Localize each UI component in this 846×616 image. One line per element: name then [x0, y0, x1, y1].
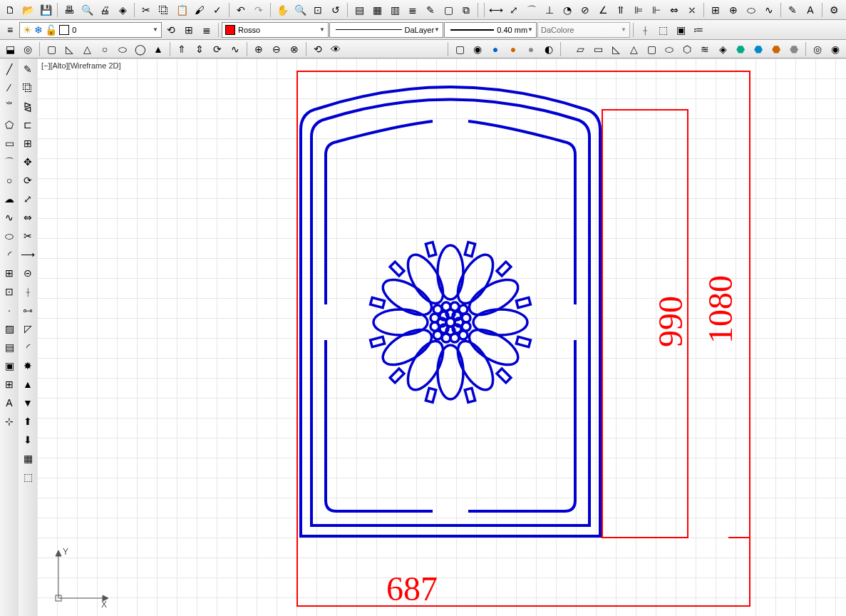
vs-real-icon[interactable]: ●	[505, 41, 522, 58]
sweep-icon[interactable]: ∿	[227, 41, 244, 58]
zoom-rt-icon[interactable]: 🔍	[292, 1, 309, 19]
vs-hidden-icon[interactable]: ◉	[469, 41, 486, 58]
center-mark-icon[interactable]: ⊕	[725, 1, 742, 19]
copy-obj-icon[interactable]: ⿻	[19, 79, 36, 96]
paste-icon[interactable]: 📋	[173, 1, 190, 19]
dimtedit-icon[interactable]: A	[802, 1, 819, 19]
fillet-icon[interactable]: ◜	[19, 339, 36, 356]
wedge-icon[interactable]: ◺	[61, 41, 78, 58]
dim-ord-icon[interactable]: ⊥	[541, 1, 558, 19]
save-icon[interactable]: 💾	[37, 1, 54, 19]
plot-icon[interactable]: 🖨	[96, 1, 113, 19]
trim-icon[interactable]: ✂	[19, 227, 36, 245]
make-block-icon[interactable]: ⊡	[1, 283, 18, 300]
table-icon[interactable]: ⊞	[1, 376, 18, 393]
toolpalettes-icon[interactable]: ▥	[386, 1, 403, 19]
zoom-win-icon[interactable]: ⊡	[309, 1, 326, 19]
polygon-icon[interactable]: ⬠	[1, 116, 18, 133]
ellipse-icon[interactable]: ⬭	[1, 227, 18, 245]
sphere-icon[interactable]: ○	[96, 41, 113, 58]
open-icon[interactable]: 📂	[19, 1, 36, 19]
solid-edit-12-icon[interactable]: ⬣	[768, 41, 785, 58]
solid-edit-3-icon[interactable]: ◺	[607, 41, 624, 58]
torus-icon[interactable]: ◯	[132, 41, 149, 58]
hide-icon[interactable]: 👁	[327, 41, 344, 58]
mtext-icon[interactable]: A	[1, 394, 18, 411]
measure-area-icon[interactable]: ⬚	[654, 21, 671, 38]
dim-linear-icon[interactable]: ⟷	[488, 1, 505, 19]
stretch-icon[interactable]: ⇔	[19, 209, 36, 226]
tolerance-icon[interactable]: ⊞	[707, 1, 724, 19]
layer-combo[interactable]: ☀ ❄ 🔓 0 ▼	[19, 22, 162, 38]
pline-icon[interactable]: ⺌	[1, 98, 18, 115]
color-combo[interactable]: Rosso▼	[222, 22, 329, 38]
dim-base-icon[interactable]: ⊫	[630, 1, 647, 19]
solid-edit-9-icon[interactable]: ◈	[714, 41, 731, 58]
region-icon[interactable]: ▣	[1, 357, 18, 374]
erase-icon[interactable]: ✎	[19, 61, 36, 78]
explode-icon[interactable]: ✸	[19, 357, 36, 374]
dim-break-icon[interactable]: ⤫	[683, 1, 701, 19]
cut-icon[interactable]: ✂	[138, 1, 155, 19]
layer-manager-icon[interactable]: ≡	[1, 21, 19, 38]
solid-edit-5-icon[interactable]: ▢	[643, 41, 660, 58]
3d-orbit-icon[interactable]: ◎	[19, 41, 36, 58]
pyramid-icon[interactable]: ▲	[150, 41, 167, 58]
dim-rad-icon[interactable]: ◔	[559, 1, 576, 19]
block-ed-icon[interactable]: ▢	[440, 1, 457, 19]
vs-concept-icon[interactable]: ●	[487, 41, 504, 58]
ellipse-arc-icon[interactable]: ◜	[1, 246, 18, 263]
linetype-combo[interactable]: DaLayer▼	[329, 22, 443, 38]
select-icon[interactable]: ⬚	[19, 468, 36, 486]
dim-arc-icon[interactable]: ⌒	[523, 1, 540, 19]
vs-shaded-icon[interactable]: ●	[522, 41, 540, 58]
line-icon[interactable]: ╱	[1, 61, 18, 78]
layer-iso-icon[interactable]: ≣	[198, 21, 215, 38]
vs-xray-icon[interactable]: ◐	[540, 41, 557, 58]
vs-2d-icon[interactable]: ▢	[451, 41, 468, 58]
break-pt-icon[interactable]: ⊝	[19, 265, 36, 282]
mesh-2-icon[interactable]: ◉	[827, 41, 844, 58]
group-icon[interactable]: ▦	[19, 450, 36, 467]
extend-icon[interactable]: ⟶	[19, 246, 36, 263]
polysolid-icon[interactable]: ⬓	[1, 41, 19, 58]
copy-icon[interactable]: ⿻	[155, 1, 172, 19]
subtract-icon[interactable]: ⊖	[268, 41, 285, 58]
dim-aligned-icon[interactable]: ⤢	[505, 1, 522, 19]
properties-icon[interactable]: ▤	[351, 1, 368, 19]
presspull-icon[interactable]: ⇕	[191, 41, 208, 58]
draworder-b-icon[interactable]: ▼	[19, 394, 36, 411]
jog-icon[interactable]: ∿	[760, 1, 778, 19]
draworder-u-icon[interactable]: ⬇	[19, 431, 36, 448]
dim-space-icon[interactable]: ⇔	[666, 1, 683, 19]
solid-edit-1-icon[interactable]: ▱	[572, 41, 589, 58]
solid-edit-6-icon[interactable]: ⬭	[661, 41, 678, 58]
intersect-icon[interactable]: ⊗	[286, 41, 303, 58]
solid-edit-13-icon[interactable]: ⬣	[785, 41, 803, 58]
solid-edit-7-icon[interactable]: ⬡	[679, 41, 696, 58]
publish-icon[interactable]: ◈	[114, 1, 131, 19]
solid-edit-2-icon[interactable]: ▭	[589, 41, 607, 58]
calc-icon[interactable]: ✎	[422, 1, 439, 19]
gradient-icon[interactable]: ▤	[1, 339, 18, 356]
inspection-icon[interactable]: ⬭	[743, 1, 760, 19]
mesh-1-icon[interactable]: ◎	[809, 41, 826, 58]
dim-quick-icon[interactable]: ⥣	[612, 1, 629, 19]
solid-edit-11-icon[interactable]: ⬣	[750, 41, 767, 58]
redo-icon[interactable]: ↷	[250, 1, 267, 19]
draworder-a-icon[interactable]: ⬆	[19, 413, 36, 430]
add-sel-icon[interactable]: ⊹	[1, 413, 18, 430]
clean-icon[interactable]: ✓	[209, 1, 226, 19]
rotate-icon[interactable]: ⟳	[19, 172, 36, 189]
insert-icon[interactable]: ⊞	[1, 265, 18, 282]
measure-dist-icon[interactable]: ⟊	[636, 21, 654, 38]
pan-icon[interactable]: ✋	[274, 1, 291, 19]
measure-region-icon[interactable]: ▣	[672, 21, 689, 38]
solid-edit-8-icon[interactable]: ≋	[696, 41, 713, 58]
layer-previous-icon[interactable]: ⟲	[163, 21, 180, 38]
xref-icon[interactable]: ⧉	[458, 1, 475, 19]
solid-edit-4-icon[interactable]: △	[625, 41, 642, 58]
draworder-f-icon[interactable]: ▲	[19, 376, 36, 393]
chamfer-icon[interactable]: ◸	[19, 320, 36, 337]
zoom-prev-icon[interactable]: ↺	[327, 1, 344, 19]
